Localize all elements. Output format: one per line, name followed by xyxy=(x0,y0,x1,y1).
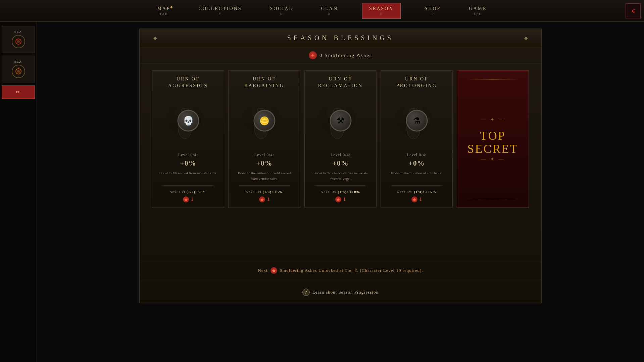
reclamation-cost-number: 1 xyxy=(343,197,346,202)
panel-header: ◆ SEASON BLESSINGS ◆ xyxy=(140,29,541,47)
learn-link[interactable]: ? Learn about Season Progression xyxy=(140,289,541,296)
reclamation-level: Level 0/4: xyxy=(331,153,350,158)
urn-icon-prolonging: ⚗ xyxy=(390,94,444,147)
nav-social[interactable]: SOCIAL O xyxy=(266,3,297,18)
aggression-icon: 💀 xyxy=(177,110,199,132)
learn-text: Learn about Season Progression xyxy=(312,290,379,295)
reclamation-divider xyxy=(315,185,366,186)
sidebar-icon-0 xyxy=(12,35,25,48)
bargaining-bonus: +0% xyxy=(256,159,273,168)
nav-season[interactable]: SEASON U xyxy=(362,3,400,19)
ashes-indicator: 0 Smoldering Ashes xyxy=(140,47,541,64)
sidebar-purchase-button[interactable]: PU xyxy=(2,85,35,99)
nav-map-diamond: ◆ xyxy=(170,5,173,9)
prolonging-cost-number: 1 xyxy=(419,197,422,202)
left-sidebar: SEA SEA PU xyxy=(0,22,37,362)
aggression-divider xyxy=(163,185,213,186)
nav-season-label: SEASON xyxy=(369,6,393,11)
bargaining-next-level: Next Lvl (1/4): +5% xyxy=(246,190,283,194)
prolonging-level: Level 0/4: xyxy=(407,153,427,158)
nav-game[interactable]: GAME ESC xyxy=(465,3,491,18)
panel-title: SEASON BLESSINGS xyxy=(157,34,524,42)
prolonging-description: Boost to the duration of all Elixirs. xyxy=(389,170,444,176)
top-secret-ornament-bottom: — ✦ — xyxy=(481,156,505,162)
prolonging-cost-icon xyxy=(411,196,417,202)
sidebar-item-1[interactable]: SEA xyxy=(2,56,35,82)
sidebar-icon-1 xyxy=(12,65,25,78)
prolonging-next-level: Next Lvl (1/4): +15% xyxy=(397,190,436,194)
reclamation-cost-icon xyxy=(335,196,341,202)
aggression-next-level: Next Lvl (1/4): +3% xyxy=(169,190,207,194)
aggression-cost-number: 1 xyxy=(191,197,193,202)
bargaining-divider xyxy=(239,185,290,186)
top-secret-title: TOPSECRET xyxy=(467,129,518,156)
blessings-panel: ◆ SEASON BLESSINGS ◆ 0 Smoldering Ashes … xyxy=(139,28,542,303)
nav-game-key: ESC xyxy=(474,12,482,16)
blessing-card-top-secret: — ✦ — TOPSECRET — ✦ — xyxy=(457,70,529,208)
blessing-card-aggression[interactable]: URN OFAGGRESSION 💀 Level 0/4: +0% Boost … xyxy=(152,70,224,208)
blessing-card-reclamation[interactable]: URN OFRECLAMATION ⚒ Level 0/4: +0% Boost… xyxy=(304,70,377,208)
bargaining-icon: 🪙 xyxy=(253,110,275,132)
top-secret-top-divider xyxy=(467,79,518,79)
sidebar-item-0[interactable]: SEA xyxy=(2,26,35,53)
top-secret-ornament-top: — ✦ — xyxy=(481,116,505,123)
aggression-bonus: +0% xyxy=(180,159,196,168)
blessings-grid: URN OFAGGRESSION 💀 Level 0/4: +0% Boost … xyxy=(140,64,541,215)
bottom-info-prefix: Next xyxy=(258,268,267,273)
nav-season-key: U xyxy=(380,12,383,16)
nav-clan[interactable]: CLAN N xyxy=(317,3,342,18)
svg-point-2 xyxy=(17,40,20,43)
bargaining-cost: 1 xyxy=(259,196,269,202)
ashes-count: 0 Smoldering Ashes xyxy=(319,53,372,58)
blessing-title-reclamation: URN OFRECLAMATION xyxy=(318,76,363,89)
prolonging-icon: ⚗ xyxy=(406,110,428,132)
nav-shop-label: SHOP xyxy=(425,6,441,11)
nav-map-label: MAP xyxy=(157,6,170,11)
reclamation-description: Boost to the chance of rare materials fr… xyxy=(309,170,372,181)
header-diamond-left: ◆ xyxy=(153,35,157,41)
ashes-icon xyxy=(309,51,317,59)
aggression-description: Boost to XP earned from monster kills. xyxy=(157,170,218,176)
blessing-card-prolonging[interactable]: URN OFPROLONGING ⚗ Level 0/4: +0% Boost … xyxy=(381,70,453,208)
nav-collections-key: Y xyxy=(218,12,221,16)
nav-collections-label: COLLECTIONS xyxy=(199,6,242,11)
top-navigation: MAP TAB ◆ COLLECTIONS Y SOCIAL O CLAN N … xyxy=(0,0,644,22)
nav-shop-key: P xyxy=(432,12,434,16)
aggression-level: Level 0/4: xyxy=(178,153,198,158)
blessing-title-aggression: URN OFAGGRESSION xyxy=(168,76,208,89)
nav-game-label: GAME xyxy=(469,6,487,11)
bottom-info-bar: Next Smoldering Ashes Unlocked at Tier 8… xyxy=(140,262,541,279)
bargaining-cost-number: 1 xyxy=(267,197,269,202)
blessing-title-prolonging: URN OFPROLONGING xyxy=(396,76,437,89)
nav-map[interactable]: MAP TAB ◆ xyxy=(153,3,174,18)
reclamation-cost: 1 xyxy=(335,196,346,202)
nav-clan-label: CLAN xyxy=(321,6,338,11)
urn-icon-aggression: 💀 xyxy=(161,94,215,147)
bargaining-level: Level 0/4: xyxy=(254,153,274,158)
sidebar-purchase-label: PU xyxy=(16,90,21,94)
bargaining-description: Boost to the amount of Gold earned from … xyxy=(233,170,296,181)
learn-icon: ? xyxy=(302,289,310,296)
nav-map-key: TAB xyxy=(159,12,168,16)
urn-icon-reclamation: ⚒ xyxy=(314,94,367,147)
nav-collections[interactable]: COLLECTIONS Y xyxy=(195,3,246,18)
aggression-cost: 1 xyxy=(183,196,193,202)
bottom-info-ashes-icon xyxy=(270,267,277,274)
bargaining-cost-icon xyxy=(259,196,265,202)
prolonging-divider xyxy=(391,185,442,186)
aggression-cost-icon xyxy=(183,196,189,202)
blessing-title-bargaining: URN OFBARGAINING xyxy=(244,76,284,89)
urn-icon-bargaining: 🪙 xyxy=(238,94,291,147)
blessing-card-bargaining[interactable]: URN OFBARGAINING 🪙 Level 0/4: +0% Boost … xyxy=(228,70,300,208)
reclamation-bonus: +0% xyxy=(332,159,349,168)
prolonging-bonus: +0% xyxy=(408,159,425,168)
return-button[interactable] xyxy=(626,3,641,18)
nav-social-key: O xyxy=(280,12,283,16)
nav-shop[interactable]: SHOP P xyxy=(421,3,445,18)
top-secret-bottom-divider xyxy=(467,199,518,199)
header-diamond-right: ◆ xyxy=(524,35,528,41)
nav-clan-key: N xyxy=(328,12,331,16)
sidebar-item-1-label: SEA xyxy=(14,60,22,63)
nav-social-label: SOCIAL xyxy=(270,6,293,11)
bottom-info-main-text: Smoldering Ashes Unlocked at Tier 8. (Ch… xyxy=(280,268,423,273)
